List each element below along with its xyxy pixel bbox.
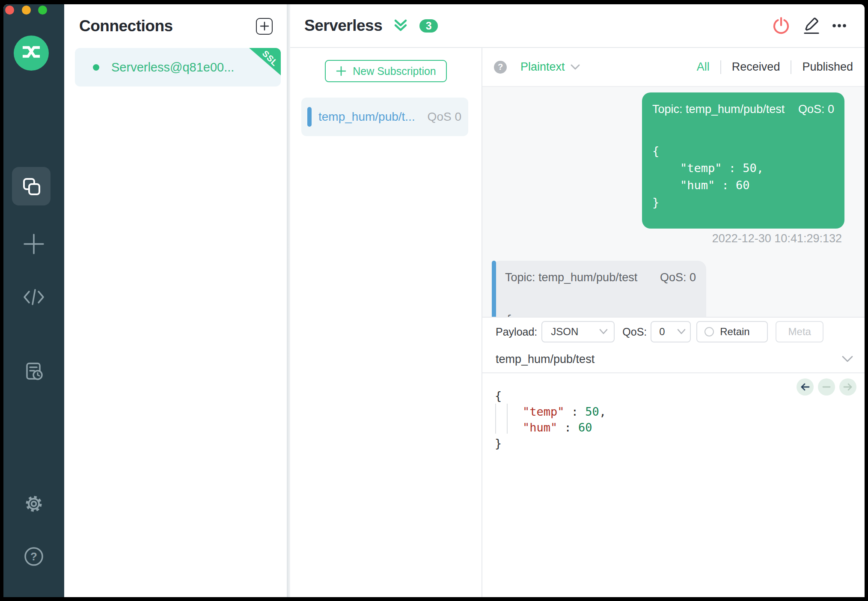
arrow-left-icon (800, 383, 810, 391)
pencil-icon (801, 16, 820, 35)
main-body: New Subscription temp_hum/pub/t... QoS 0… (290, 48, 865, 597)
app-window: ? Connections Serverless@q81e00... SSL (3, 4, 865, 597)
message-count-badge: 3 (419, 19, 438, 33)
code-line: { (495, 388, 606, 404)
traffic-zoom-button[interactable] (38, 6, 47, 15)
meta-button[interactable]: Meta (776, 321, 823, 342)
editor-code: { "temp" : 50, "hum" : 60 } (495, 388, 606, 451)
collapse-chevron-icon[interactable] (393, 19, 408, 33)
history-forward-button[interactable] (839, 378, 856, 396)
new-subscription-button[interactable]: New Subscription (325, 60, 447, 82)
edit-connection-button[interactable] (800, 16, 820, 36)
messages-toolbar: ? Plaintext All Received Published (482, 48, 865, 87)
code-line: } (495, 435, 606, 451)
connections-header: Connections (64, 4, 287, 48)
message-format-select[interactable]: Plaintext (520, 60, 580, 74)
json-value: 50 (585, 405, 599, 418)
add-connection-button[interactable] (256, 18, 273, 35)
publish-topic-row: temp_hum/pub/test (482, 346, 865, 373)
help-icon: ? (24, 546, 44, 567)
history-back-button[interactable] (797, 378, 814, 396)
message-topic: Topic: temp_hum/pub/test (505, 271, 637, 284)
page-title: Serverless (304, 17, 382, 35)
minus-icon (822, 383, 831, 391)
sidebar-help-button[interactable]: ? (3, 546, 64, 567)
chevron-down-icon (599, 329, 608, 335)
publish-topic-input[interactable]: temp_hum/pub/test (496, 353, 841, 366)
mqttx-logo-glyph (19, 41, 43, 65)
plus-icon (260, 21, 269, 31)
message-qos: QoS: 0 (660, 271, 696, 284)
received-message-bubble: Topic: temp_hum/pub/test QoS: 0 { "temp"… (492, 261, 706, 317)
messages-column: ? Plaintext All Received Published (482, 48, 865, 597)
mqttx-logo (14, 36, 49, 71)
message-header: Topic: temp_hum/pub/test QoS: 0 (652, 103, 834, 116)
traffic-close-button[interactable] (5, 6, 14, 15)
svg-text:?: ? (30, 550, 37, 563)
retain-radio[interactable] (705, 327, 714, 336)
tab-divider (791, 60, 791, 74)
tab-received[interactable]: Received (732, 60, 780, 74)
qos-label: QoS: (622, 326, 647, 338)
qos-select[interactable]: 0 (651, 321, 691, 342)
payload-format-select[interactable]: JSON (541, 321, 615, 342)
payload-label: Payload: (496, 326, 537, 338)
chevron-down-icon (570, 64, 580, 71)
message-payload: { "temp" : 50, "hum" : 60 } (505, 311, 696, 317)
json-value: 60 (578, 421, 592, 434)
message-payload: { "temp" : 50, "hum" : 60 } (652, 143, 834, 211)
tab-all[interactable]: All (697, 60, 710, 74)
history-current-button[interactable] (818, 378, 835, 396)
message-qos: QoS: 0 (798, 103, 834, 116)
payload-editor[interactable]: { "temp" : 50, "hum" : 60 } (482, 373, 865, 598)
new-subscription-label: New Subscription (353, 65, 436, 77)
editor-history-buttons (797, 378, 856, 396)
topic-chevron-icon[interactable] (841, 355, 853, 363)
sidebar-log-button[interactable] (3, 361, 64, 382)
disconnect-button[interactable] (771, 16, 791, 36)
main-panel: Serverless 3 (290, 4, 865, 597)
subscription-topic: temp_hum/pub/t... (318, 110, 415, 124)
plus-icon (23, 233, 45, 255)
json-key: "temp" (523, 405, 565, 418)
payload-help-icon[interactable]: ? (494, 61, 507, 74)
connection-name: Serverless@q81e00... (111, 60, 234, 74)
sidebar-connections-button[interactable] (12, 167, 51, 205)
code-line: "temp" : 50, (495, 404, 606, 420)
qos-value: 0 (659, 326, 665, 338)
subscription-item[interactable]: temp_hum/pub/t... QoS 0 (301, 98, 468, 136)
traffic-minimize-button[interactable] (22, 6, 31, 15)
sidebar-new-connection-button[interactable] (3, 233, 64, 255)
log-icon (24, 361, 44, 382)
json-key: "hum" (523, 421, 557, 434)
tab-published[interactable]: Published (802, 60, 853, 74)
message-topic: Topic: temp_hum/pub/test (652, 103, 785, 116)
retain-toggle[interactable]: Retain (696, 321, 768, 342)
message-format-value: Plaintext (520, 60, 565, 74)
ssl-badge: SSL (249, 48, 281, 75)
ellipsis-icon (830, 16, 849, 35)
sidebar-script-button[interactable] (3, 286, 64, 308)
ssl-badge-label: SSL (260, 49, 280, 68)
subscription-qos: QoS 0 (421, 110, 461, 124)
code-icon (22, 286, 45, 308)
tab-divider (720, 60, 721, 74)
sidebar-settings-button[interactable] (3, 494, 64, 514)
payload-format-value: JSON (551, 326, 578, 338)
subscriptions-column: New Subscription temp_hum/pub/t... QoS 0 (290, 48, 482, 597)
retain-label: Retain (720, 326, 749, 338)
more-options-button[interactable] (829, 16, 849, 36)
message-timestamp: 2022-12-30 10:41:29:132 (482, 232, 842, 245)
connections-title: Connections (79, 17, 173, 35)
sidebar: ? (3, 4, 64, 597)
connection-item[interactable]: Serverless@q81e00... SSL (75, 48, 281, 86)
connections-panel: Connections Serverless@q81e00... SSL (64, 4, 287, 597)
connections-icon (21, 176, 42, 196)
published-message-bubble: Topic: temp_hum/pub/test QoS: 0 { "temp"… (642, 92, 844, 229)
gear-icon (24, 494, 44, 514)
chevron-down-icon (677, 329, 686, 335)
message-list: Topic: temp_hum/pub/test QoS: 0 { "temp"… (482, 87, 865, 317)
header-actions (771, 16, 849, 36)
panel-divider (287, 4, 290, 597)
publish-options-row: Payload: JSON QoS: 0 (482, 317, 865, 346)
